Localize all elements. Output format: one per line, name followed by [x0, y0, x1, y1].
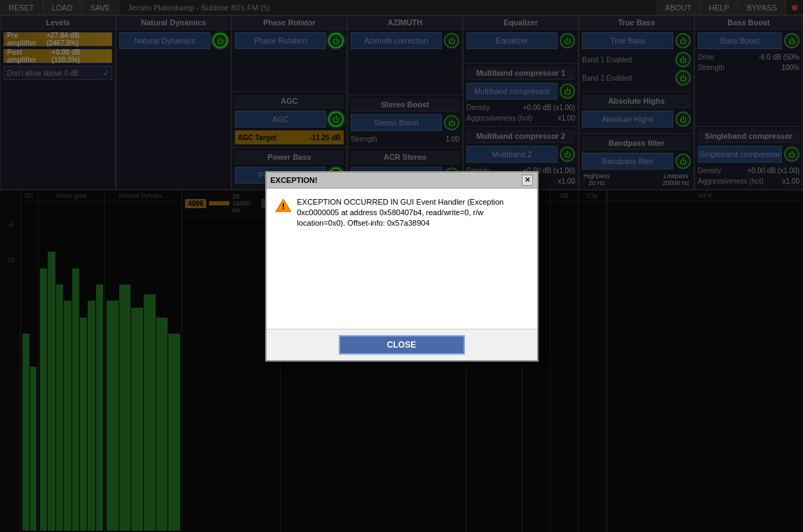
- modal-x-button[interactable]: ✕: [522, 175, 533, 186]
- modal-footer: CLOSE: [266, 329, 537, 360]
- modal-title: EXCEPTION!: [271, 176, 318, 184]
- svg-text:!: !: [282, 202, 285, 212]
- modal-close-button[interactable]: CLOSE: [339, 335, 465, 355]
- modal-title-bar: EXCEPTION! ✕: [266, 172, 537, 189]
- modal-icon-row: ! EXCEPTION OCCURRED IN GUI Event Handle…: [275, 197, 529, 229]
- exception-dialog: EXCEPTION! ✕ ! EXCEPTION OCCURRED IN GUI…: [265, 171, 539, 362]
- modal-body: ! EXCEPTION OCCURRED IN GUI Event Handle…: [266, 189, 537, 329]
- app-window: RESET LOAD SAVE Jeroen Platenkamp - Subl…: [0, 0, 803, 532]
- warning-icon: !: [275, 197, 292, 214]
- modal-overlay: EXCEPTION! ✕ ! EXCEPTION OCCURRED IN GUI…: [0, 0, 803, 532]
- modal-message: EXCEPTION OCCURRED IN GUI Event Handler …: [297, 197, 529, 229]
